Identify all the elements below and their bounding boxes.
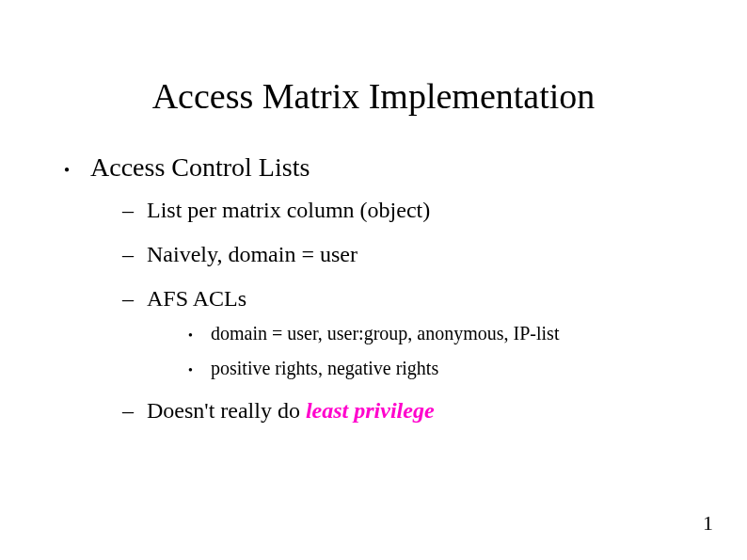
bullet-main: Access Control Lists List per matrix col… <box>64 152 700 424</box>
bullet-sub-3-text: Doesn't really do <box>147 398 306 423</box>
bullet-list-level2: List per matrix column (object) Naively,… <box>90 198 700 424</box>
bullet-sub-3: Doesn't really do least privilege <box>122 398 700 424</box>
slide: Access Matrix Implementation Access Cont… <box>0 0 747 560</box>
bullet-list-level3: domain = user, user:group, anonymous, IP… <box>147 323 700 379</box>
bullet-sub-1-text: Naively, domain = user <box>147 242 358 266</box>
bullet-sub-0: List per matrix column (object) <box>122 198 700 223</box>
page-number: 1 <box>703 511 713 536</box>
emph-least-privilege: least privilege <box>306 398 435 423</box>
bullet-afs-0: domain = user, user:group, anonymous, IP… <box>188 323 700 344</box>
slide-title: Access Matrix Implementation <box>47 75 700 117</box>
bullet-afs-0-text: domain = user, user:group, anonymous, IP… <box>211 323 559 344</box>
bullet-afs-1: positive rights, negative rights <box>188 358 700 379</box>
bullet-main-text: Access Control Lists <box>90 152 310 182</box>
bullet-list-level1: Access Control Lists List per matrix col… <box>47 152 700 424</box>
bullet-sub-2-text: AFS ACLs <box>147 286 246 311</box>
bullet-sub-0-text: List per matrix column (object) <box>147 198 430 222</box>
bullet-sub-1: Naively, domain = user <box>122 242 700 267</box>
bullet-sub-2: AFS ACLs domain = user, user:group, anon… <box>122 286 700 379</box>
bullet-afs-1-text: positive rights, negative rights <box>211 358 438 378</box>
